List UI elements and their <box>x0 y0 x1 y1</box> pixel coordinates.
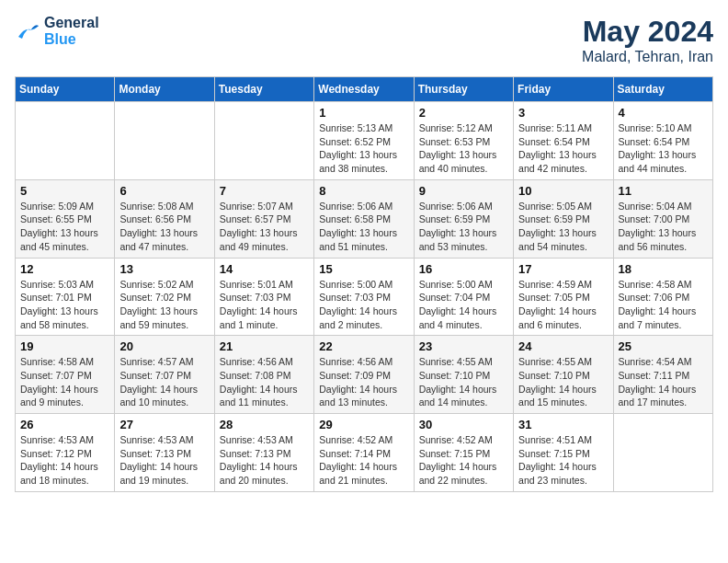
calendar-cell: 28Sunrise: 4:53 AM Sunset: 7:13 PM Dayli… <box>214 414 313 492</box>
calendar-cell: 1Sunrise: 5:13 AM Sunset: 6:52 PM Daylig… <box>314 102 414 180</box>
calendar-cell: 30Sunrise: 4:52 AM Sunset: 7:15 PM Dayli… <box>414 414 513 492</box>
day-number: 26 <box>20 418 109 431</box>
calendar-cell <box>16 102 115 180</box>
weekday-header: Tuesday <box>214 77 313 102</box>
day-info: Sunrise: 4:52 AM Sunset: 7:15 PM Dayligh… <box>419 433 508 488</box>
calendar-cell: 12Sunrise: 5:03 AM Sunset: 7:01 PM Dayli… <box>16 258 115 336</box>
day-info: Sunrise: 5:08 AM Sunset: 6:56 PM Dayligh… <box>119 200 209 254</box>
calendar-cell: 8Sunrise: 5:06 AM Sunset: 6:58 PM Daylig… <box>314 179 414 258</box>
weekday-header-row: SundayMondayTuesdayWednesdayThursdayFrid… <box>16 77 713 102</box>
day-number: 25 <box>619 339 708 353</box>
weekday-header: Monday <box>115 77 214 102</box>
location: Malard, Tehran, Iran <box>582 49 713 65</box>
day-info: Sunrise: 5:06 AM Sunset: 6:58 PM Dayligh… <box>319 200 408 254</box>
day-number: 31 <box>518 418 608 431</box>
logo: General Blue <box>15 15 99 47</box>
title-block: May 2024 Malard, Tehran, Iran <box>582 15 713 65</box>
day-info: Sunrise: 4:56 AM Sunset: 7:08 PM Dayligh… <box>220 355 309 409</box>
calendar-cell: 4Sunrise: 5:10 AM Sunset: 6:54 PM Daylig… <box>613 102 712 180</box>
calendar-body: 1Sunrise: 5:13 AM Sunset: 6:52 PM Daylig… <box>16 102 713 492</box>
day-number: 2 <box>419 106 508 120</box>
day-info: Sunrise: 4:53 AM Sunset: 7:13 PM Dayligh… <box>119 433 209 488</box>
day-info: Sunrise: 5:07 AM Sunset: 6:57 PM Dayligh… <box>220 200 309 254</box>
calendar-cell: 27Sunrise: 4:53 AM Sunset: 7:13 PM Dayli… <box>115 414 214 492</box>
calendar-cell: 10Sunrise: 5:05 AM Sunset: 6:59 PM Dayli… <box>514 179 613 258</box>
calendar-cell: 18Sunrise: 4:58 AM Sunset: 7:06 PM Dayli… <box>613 258 712 336</box>
calendar-cell <box>115 102 214 180</box>
calendar-cell: 23Sunrise: 4:55 AM Sunset: 7:10 PM Dayli… <box>414 336 513 414</box>
calendar-table: SundayMondayTuesdayWednesdayThursdayFrid… <box>15 76 713 492</box>
calendar-cell <box>613 414 712 492</box>
day-number: 4 <box>619 106 708 120</box>
logo-text: General Blue <box>44 15 99 47</box>
day-number: 24 <box>518 339 608 353</box>
day-info: Sunrise: 5:10 AM Sunset: 6:54 PM Dayligh… <box>619 121 708 176</box>
day-info: Sunrise: 4:53 AM Sunset: 7:12 PM Dayligh… <box>20 433 109 488</box>
day-info: Sunrise: 5:09 AM Sunset: 6:55 PM Dayligh… <box>20 200 109 254</box>
day-info: Sunrise: 4:56 AM Sunset: 7:09 PM Dayligh… <box>319 355 408 409</box>
day-number: 6 <box>119 184 209 198</box>
day-number: 20 <box>119 339 209 353</box>
day-info: Sunrise: 4:58 AM Sunset: 7:07 PM Dayligh… <box>20 355 109 409</box>
calendar-cell: 3Sunrise: 5:11 AM Sunset: 6:54 PM Daylig… <box>514 102 613 180</box>
day-info: Sunrise: 5:01 AM Sunset: 7:03 PM Dayligh… <box>220 278 309 332</box>
calendar-cell: 25Sunrise: 4:54 AM Sunset: 7:11 PM Dayli… <box>613 336 712 414</box>
day-info: Sunrise: 4:52 AM Sunset: 7:14 PM Dayligh… <box>319 433 408 488</box>
calendar-cell: 26Sunrise: 4:53 AM Sunset: 7:12 PM Dayli… <box>16 414 115 492</box>
calendar-header: SundayMondayTuesdayWednesdayThursdayFrid… <box>16 77 713 102</box>
day-info: Sunrise: 5:11 AM Sunset: 6:54 PM Dayligh… <box>518 121 608 176</box>
day-number: 5 <box>20 184 109 198</box>
month-year: May 2024 <box>582 15 713 49</box>
calendar-cell: 13Sunrise: 5:02 AM Sunset: 7:02 PM Dayli… <box>115 258 214 336</box>
calendar-cell <box>214 102 313 180</box>
day-info: Sunrise: 4:55 AM Sunset: 7:10 PM Dayligh… <box>419 355 508 409</box>
day-number: 22 <box>319 339 408 353</box>
day-number: 3 <box>518 106 608 120</box>
logo-icon <box>15 20 40 42</box>
day-info: Sunrise: 4:59 AM Sunset: 7:05 PM Dayligh… <box>518 278 608 332</box>
weekday-header: Wednesday <box>314 77 414 102</box>
calendar-week-row: 19Sunrise: 4:58 AM Sunset: 7:07 PM Dayli… <box>16 336 713 414</box>
calendar-week-row: 12Sunrise: 5:03 AM Sunset: 7:01 PM Dayli… <box>16 258 713 336</box>
day-number: 7 <box>220 184 309 198</box>
calendar-cell: 19Sunrise: 4:58 AM Sunset: 7:07 PM Dayli… <box>16 336 115 414</box>
day-info: Sunrise: 5:12 AM Sunset: 6:53 PM Dayligh… <box>419 121 508 176</box>
day-info: Sunrise: 5:02 AM Sunset: 7:02 PM Dayligh… <box>119 278 209 332</box>
calendar-cell: 24Sunrise: 4:55 AM Sunset: 7:10 PM Dayli… <box>514 336 613 414</box>
day-info: Sunrise: 5:05 AM Sunset: 6:59 PM Dayligh… <box>518 200 608 254</box>
weekday-header: Saturday <box>613 77 712 102</box>
calendar-cell: 6Sunrise: 5:08 AM Sunset: 6:56 PM Daylig… <box>115 179 214 258</box>
calendar-cell: 9Sunrise: 5:06 AM Sunset: 6:59 PM Daylig… <box>414 179 513 258</box>
day-info: Sunrise: 5:13 AM Sunset: 6:52 PM Dayligh… <box>319 121 408 176</box>
calendar-week-row: 5Sunrise: 5:09 AM Sunset: 6:55 PM Daylig… <box>16 179 713 258</box>
day-number: 29 <box>319 418 408 431</box>
day-number: 23 <box>419 339 508 353</box>
day-number: 15 <box>319 262 408 276</box>
day-number: 10 <box>518 184 608 198</box>
day-number: 1 <box>319 106 408 120</box>
calendar-cell: 17Sunrise: 4:59 AM Sunset: 7:05 PM Dayli… <box>514 258 613 336</box>
page-header: General Blue May 2024 Malard, Tehran, Ir… <box>15 15 713 65</box>
day-info: Sunrise: 4:58 AM Sunset: 7:06 PM Dayligh… <box>619 278 708 332</box>
day-number: 28 <box>220 418 309 431</box>
calendar-cell: 16Sunrise: 5:00 AM Sunset: 7:04 PM Dayli… <box>414 258 513 336</box>
day-info: Sunrise: 4:55 AM Sunset: 7:10 PM Dayligh… <box>518 355 608 409</box>
calendar-cell: 31Sunrise: 4:51 AM Sunset: 7:15 PM Dayli… <box>514 414 613 492</box>
calendar-cell: 5Sunrise: 5:09 AM Sunset: 6:55 PM Daylig… <box>16 179 115 258</box>
calendar-cell: 14Sunrise: 5:01 AM Sunset: 7:03 PM Dayli… <box>214 258 313 336</box>
weekday-header: Thursday <box>414 77 513 102</box>
day-info: Sunrise: 4:57 AM Sunset: 7:07 PM Dayligh… <box>119 355 209 409</box>
calendar-cell: 21Sunrise: 4:56 AM Sunset: 7:08 PM Dayli… <box>214 336 313 414</box>
day-number: 11 <box>619 184 708 198</box>
day-info: Sunrise: 5:03 AM Sunset: 7:01 PM Dayligh… <box>20 278 109 332</box>
weekday-header: Sunday <box>16 77 115 102</box>
day-number: 21 <box>220 339 309 353</box>
day-number: 12 <box>20 262 109 276</box>
day-number: 27 <box>119 418 209 431</box>
day-info: Sunrise: 5:06 AM Sunset: 6:59 PM Dayligh… <box>419 200 508 254</box>
day-number: 9 <box>419 184 508 198</box>
day-info: Sunrise: 5:00 AM Sunset: 7:04 PM Dayligh… <box>419 278 508 332</box>
calendar-cell: 15Sunrise: 5:00 AM Sunset: 7:03 PM Dayli… <box>314 258 414 336</box>
day-info: Sunrise: 4:54 AM Sunset: 7:11 PM Dayligh… <box>619 355 708 409</box>
day-number: 17 <box>518 262 608 276</box>
